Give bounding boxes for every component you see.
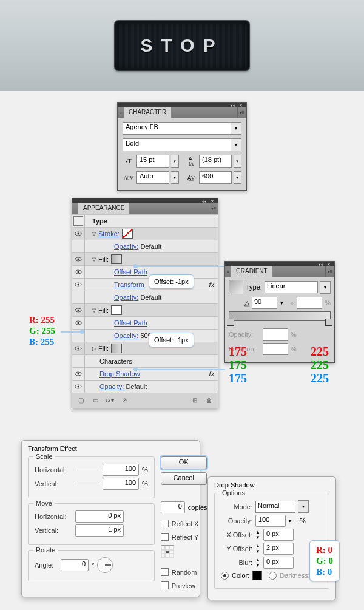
- stepper-icon[interactable]: ▲▼: [255, 543, 260, 554]
- offset-path-label[interactable]: Offset Path: [114, 268, 147, 276]
- opacity-label[interactable]: Opacity:: [114, 294, 138, 301]
- fill-swatch-gradient[interactable]: [111, 344, 122, 353]
- opacity-row[interactable]: Opacity: Default: [72, 240, 218, 252]
- trash-icon[interactable]: 🗑: [204, 395, 214, 405]
- opacity-row-3[interactable]: Opacity: 50% Overlay: [72, 329, 218, 342]
- disclosure-icon[interactable]: ▽: [92, 257, 98, 262]
- gradient-angle-input[interactable]: 90: [252, 297, 277, 309]
- font-style-select[interactable]: Bold: [123, 138, 231, 151]
- fill-swatch-gradient[interactable]: [111, 254, 122, 264]
- visibility-icon[interactable]: [72, 317, 85, 329]
- darkness-radio[interactable]: [269, 572, 277, 580]
- ds-opacity-input[interactable]: 100: [255, 515, 286, 527]
- gradient-stop-left[interactable]: [227, 319, 234, 326]
- gr-opacity-input[interactable]: [263, 328, 288, 341]
- transform-label[interactable]: Transform: [114, 281, 144, 288]
- chevron-down-icon[interactable]: ▼: [234, 171, 241, 184]
- visibility-icon[interactable]: [72, 381, 85, 393]
- ds-xoffset-input[interactable]: 0 px: [263, 529, 294, 541]
- close-icon[interactable]: ✕: [326, 262, 332, 266]
- fill-2-row[interactable]: ▽ Fill:: [72, 303, 218, 316]
- cancel-button[interactable]: Cancel: [161, 472, 207, 485]
- opacity-label[interactable]: Opacity:: [114, 332, 138, 339]
- grip-icon[interactable]: ◦: [118, 107, 124, 118]
- reference-point[interactable]: [161, 545, 174, 558]
- ds-blur-input[interactable]: 0 px: [263, 557, 294, 569]
- font-size-input[interactable]: 15 pt: [136, 155, 169, 168]
- stroke-icon[interactable]: ▭: [90, 395, 100, 405]
- move-v-input[interactable]: 1 px: [75, 524, 124, 537]
- reflect-y-checkbox[interactable]: [161, 533, 169, 541]
- visibility-icon[interactable]: [72, 266, 85, 278]
- opacity-label[interactable]: Opacity:: [99, 383, 124, 390]
- visibility-icon[interactable]: [72, 368, 85, 380]
- ds-mode-select[interactable]: Normal: [255, 501, 295, 513]
- chevron-down-icon[interactable]: ▼: [234, 155, 241, 168]
- ok-button[interactable]: OK: [161, 456, 207, 469]
- opacity-label[interactable]: Opacity:: [114, 243, 138, 250]
- fill-1-row[interactable]: ▽ Fill:: [72, 252, 218, 265]
- fill-3-row[interactable]: ▷ Fill:: [72, 342, 218, 354]
- copies-input[interactable]: 0: [161, 501, 185, 513]
- close-icon[interactable]: ✕: [238, 103, 244, 107]
- ds-yoffset-input[interactable]: 2 px: [263, 543, 294, 555]
- collapse-icon[interactable]: ◂◂: [201, 199, 207, 203]
- offset-path-1[interactable]: Offset Path: [72, 265, 218, 278]
- new-art-icon[interactable]: ▢: [76, 395, 86, 405]
- rotate-dial[interactable]: [97, 557, 113, 573]
- color-radio[interactable]: [221, 572, 229, 580]
- offset-path-2[interactable]: Offset Path: [72, 316, 218, 329]
- stepper-icon[interactable]: ▲▼: [255, 557, 260, 568]
- stroke-label[interactable]: Stroke:: [98, 230, 120, 237]
- fx-menu-icon[interactable]: fx▾: [105, 395, 115, 405]
- disclosure-icon[interactable]: ▽: [92, 231, 98, 237]
- appearance-tab[interactable]: APPEARANCE: [78, 203, 130, 214]
- grip-icon[interactable]: ◦: [225, 266, 231, 277]
- visibility-icon[interactable]: [72, 228, 85, 240]
- chevron-down-icon[interactable]: ▼: [231, 122, 241, 135]
- fill-swatch-white[interactable]: [111, 305, 122, 315]
- close-icon[interactable]: ✕: [209, 199, 215, 203]
- preview-checkbox[interactable]: [161, 581, 169, 589]
- clear-icon[interactable]: ⊘: [120, 395, 129, 405]
- transform-row[interactable]: Transform fx: [72, 278, 218, 291]
- drop-shadow-label[interactable]: Drop Shadow: [99, 370, 140, 378]
- offset-path-label[interactable]: Offset Path: [114, 319, 147, 327]
- reflect-x-checkbox[interactable]: [161, 520, 169, 527]
- kerning-input[interactable]: Auto: [136, 171, 169, 184]
- font-family-select[interactable]: Agency FB: [123, 122, 231, 135]
- gradient-stop-right[interactable]: [325, 319, 332, 326]
- opacity-row-4[interactable]: Opacity: Default: [72, 380, 218, 393]
- gradient-ramp[interactable]: [229, 311, 331, 321]
- random-checkbox[interactable]: [161, 568, 169, 576]
- chevron-down-icon[interactable]: ▼: [231, 138, 241, 151]
- collapse-icon[interactable]: ◂◂: [229, 103, 235, 107]
- leading-input[interactable]: (18 pt): [199, 155, 232, 168]
- panel-menu-icon[interactable]: ▾≡: [237, 107, 246, 118]
- rotate-angle-input[interactable]: 0: [61, 559, 89, 571]
- gradient-type-select[interactable]: Linear: [265, 281, 318, 293]
- aspect-input[interactable]: [297, 297, 322, 309]
- ds-color-swatch[interactable]: [252, 571, 262, 580]
- panel-menu-icon[interactable]: ▾≡: [325, 266, 334, 277]
- duplicate-icon[interactable]: ⊞: [190, 395, 200, 405]
- gr-location-input[interactable]: [263, 343, 288, 355]
- panel-menu-icon[interactable]: ▾≡: [209, 203, 218, 214]
- disclosure-icon[interactable]: ▷: [92, 346, 98, 351]
- chevron-down-icon[interactable]: ▼: [171, 155, 179, 168]
- stroke-row[interactable]: ▽ Stroke:: [72, 227, 218, 240]
- tracking-input[interactable]: 600: [199, 171, 232, 184]
- scale-v-input[interactable]: 100: [103, 478, 139, 490]
- visibility-icon[interactable]: [72, 279, 85, 291]
- stroke-swatch[interactable]: [122, 229, 133, 239]
- character-tab[interactable]: CHARACTER: [124, 107, 172, 118]
- visibility-icon[interactable]: [72, 253, 85, 265]
- scale-h-input[interactable]: 100: [103, 464, 139, 476]
- gradient-tab[interactable]: GRADIENT: [231, 266, 273, 277]
- disclosure-icon[interactable]: ▽: [92, 308, 98, 313]
- opacity-row-2[interactable]: Opacity: Default: [72, 291, 218, 303]
- move-h-input[interactable]: 0 px: [75, 510, 124, 523]
- chevron-down-icon[interactable]: ▼: [171, 171, 179, 184]
- chevron-down-icon[interactable]: ▼: [298, 500, 309, 513]
- chevron-down-icon[interactable]: ▼: [320, 281, 331, 294]
